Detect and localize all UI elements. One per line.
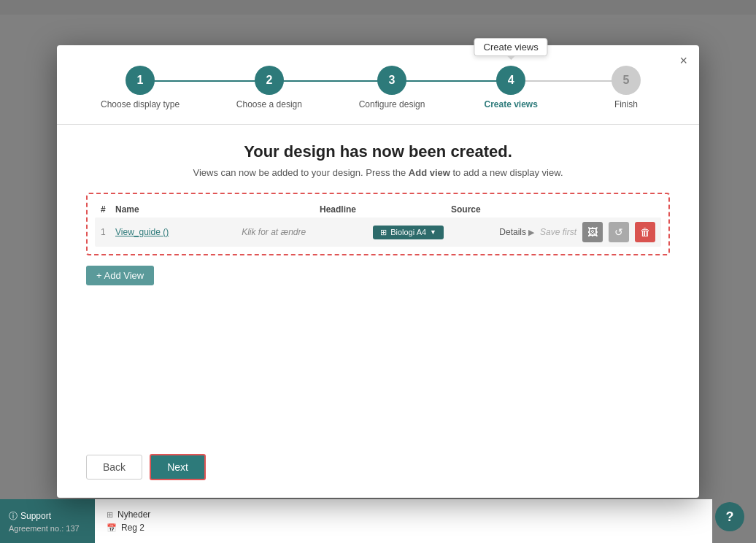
add-view-link-text: Add view [409, 167, 450, 178]
preview-icon: 🖼 [587, 226, 598, 238]
source-dropdown-icon: ▼ [430, 228, 436, 236]
view-name-link[interactable]: View_guide () [115, 227, 242, 237]
col-header-headline: Headline [320, 204, 451, 215]
stepper-line-fill [130, 80, 502, 82]
view-headline: Klik for at ændre [242, 227, 373, 237]
modal-dialog: × 1 Choose display type 2 [57, 45, 699, 498]
step-2-circle: 2 [255, 66, 284, 95]
views-container: # Name Headline Source 1 View_guide () K… [86, 193, 670, 255]
step-5-label: Finish [614, 99, 638, 109]
view-source: ⊞ Biologi A4 ▼ [373, 226, 499, 239]
col-header-num: # [101, 204, 115, 215]
details-link[interactable]: Details ▶ [499, 227, 534, 237]
next-button[interactable]: Next [150, 454, 206, 480]
reset-icon: ↺ [614, 226, 623, 238]
col-header-source: Source [451, 204, 655, 215]
step-3-label: Configure design [359, 99, 425, 109]
stepper-track: 1 Choose display type 2 Choose a design … [101, 66, 655, 109]
step-4-label: Create views [484, 99, 537, 109]
step-1: 1 Choose display type [101, 66, 180, 109]
delete-button[interactable]: 🗑 [635, 222, 655, 242]
add-view-button[interactable]: + Add View [86, 266, 154, 285]
reset-button[interactable]: ↺ [609, 222, 629, 242]
step-3: 3 Configure design [359, 66, 425, 109]
back-button[interactable]: Back [86, 455, 142, 480]
step-4-tooltip: Create views [474, 38, 548, 56]
step-5-circle: 5 [612, 66, 641, 95]
modal-footer: Back Next [57, 442, 699, 498]
delete-icon: 🗑 [640, 226, 650, 238]
step-1-circle: 1 [126, 66, 155, 95]
page-subtitle: Views can now be added to your design. P… [86, 167, 670, 178]
preview-button[interactable]: 🖼 [582, 222, 603, 242]
step-2-label: Choose a design [236, 99, 302, 109]
page-title: Your design has now been created. [86, 142, 670, 161]
source-badge[interactable]: ⊞ Biologi A4 ▼ [373, 226, 444, 239]
col-header-name: Name [115, 204, 320, 215]
row-num: 1 [101, 227, 115, 237]
modal-close-button[interactable]: × [679, 54, 687, 67]
source-grid-icon: ⊞ [380, 228, 387, 237]
step-5: 5 Finish [597, 66, 655, 109]
details-arrow-icon: ▶ [528, 228, 534, 237]
stepper: 1 Choose display type 2 Choose a design … [57, 45, 699, 125]
modal-overlay: × 1 Choose display type 2 [0, 0, 756, 543]
step-4-circle: 4 [496, 66, 525, 95]
source-label: Biologi A4 [390, 228, 426, 236]
row-actions: Details ▶ Save first 🖼 ↺ 🗑 [499, 222, 655, 242]
step-3-circle: 3 [377, 66, 406, 95]
modal-body: Your design has now been created. Views … [57, 125, 699, 442]
table-row: 1 View_guide () Klik for at ændre ⊞ Biol… [95, 217, 661, 247]
step-1-label: Choose display type [101, 99, 180, 109]
step-2: 2 Choose a design [236, 66, 302, 109]
step-4: Create views 4 Create views [482, 66, 540, 109]
views-table-header: # Name Headline Source [95, 201, 661, 217]
save-first-text: Save first [540, 227, 576, 237]
